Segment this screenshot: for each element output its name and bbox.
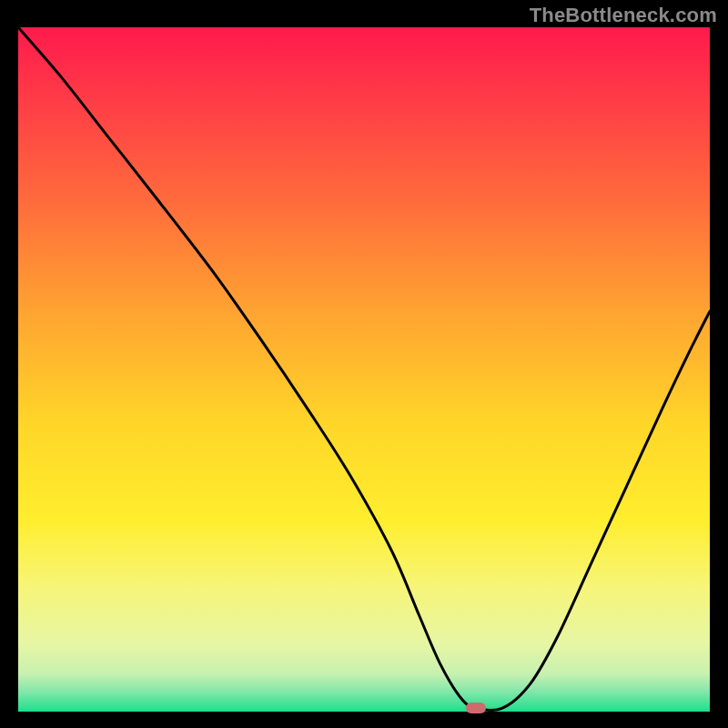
optimal-marker (466, 703, 486, 713)
chart-frame: TheBottleneck.com (0, 0, 728, 728)
gradient-rect (18, 27, 710, 712)
watermark-text: TheBottleneck.com (530, 4, 717, 27)
plot-svg (18, 27, 710, 712)
plot-area (18, 27, 710, 712)
